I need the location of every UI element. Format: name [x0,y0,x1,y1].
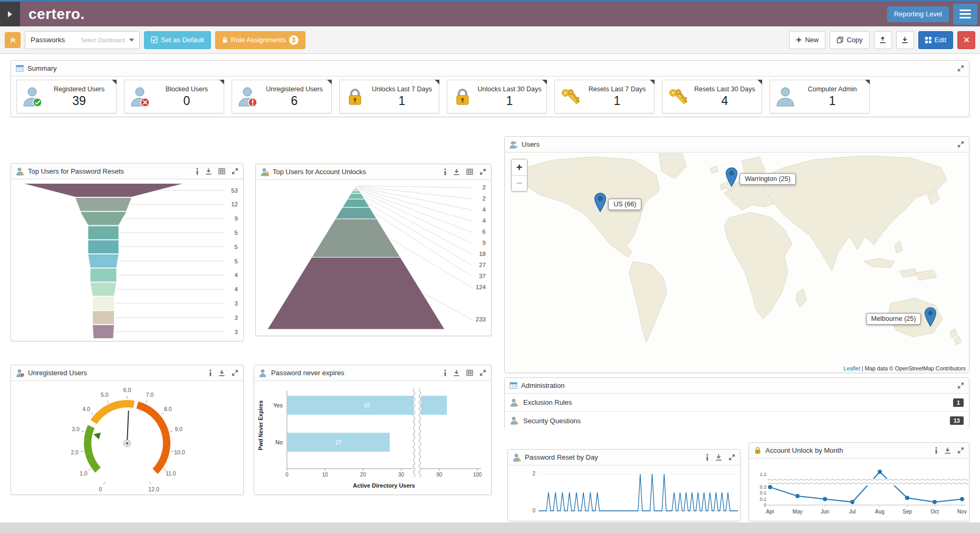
role-assignments-button[interactable]: Role Assignments 3 [215,31,305,49]
map-canvas[interactable]: US (66)Warrington (25)Melbourne (25) + −… [505,153,969,373]
svg-text:5: 5 [235,230,238,236]
user-blocked-icon [129,86,151,107]
keys-icon [559,86,581,107]
svg-text:12.0: 12.0 [148,486,159,492]
set-as-default-button[interactable]: Set as Default [144,31,211,49]
svg-text:92: 92 [364,402,370,408]
admin-row-label: Exclusion Rules [523,398,572,406]
padlock-icon [451,86,474,107]
dashboard-select[interactable]: Passworks Select Dashboard [25,31,140,49]
svg-text:5: 5 [235,258,238,264]
table-icon[interactable] [218,168,225,175]
close-button[interactable] [957,31,975,49]
keys-icon [667,86,689,107]
dashboard-select-value: Passworks [31,36,65,44]
dashboard-toolbar: Passworks Select Dashboard Set as Defaul… [0,26,980,54]
collapse-button[interactable] [5,32,21,48]
info-icon[interactable] [935,447,938,454]
expand-icon[interactable] [479,168,486,175]
edit-button[interactable]: Edit [918,31,953,49]
summary-card[interactable]: Unlocks Last 7 Days1 [339,80,439,113]
map-marker[interactable] [726,167,738,189]
reporting-level-button[interactable]: Reporting Level [887,6,949,22]
admin-row-security-questions[interactable]: Security Questions13 [505,412,969,430]
panel-title: Password Reset by Day [525,453,598,461]
import-button[interactable] [896,31,914,49]
info-icon[interactable] [706,454,709,461]
summary-card-label: Unregistered Users [266,85,323,93]
map-marker[interactable] [594,193,607,214]
app-root: certero. Reporting Level Passworks Selec… [0,0,980,522]
svg-text:6: 6 [483,229,486,235]
export-button[interactable] [874,31,892,49]
expand-icon[interactable] [957,382,964,389]
download-icon[interactable] [453,369,460,376]
download-icon[interactable] [205,168,212,175]
table-icon[interactable] [466,369,473,376]
panel-header: Administration [505,378,969,394]
info-icon[interactable] [444,168,447,175]
expand-icon[interactable] [957,65,964,72]
topbar: certero. Reporting Level [0,0,980,26]
info-icon[interactable] [209,369,212,376]
expand-icon[interactable] [957,447,964,454]
svg-text:3: 3 [235,300,238,307]
summary-card[interactable]: Resets Last 30 Days4 [662,80,762,113]
info-icon[interactable] [196,168,199,175]
download-icon[interactable] [715,454,722,461]
expand-icon[interactable] [479,369,486,376]
expand-icon[interactable] [728,454,735,461]
gauge-chart: 01.02.03.04.05.06.07.08.09.010.011.012.0 [11,381,243,497]
download-icon[interactable] [218,369,225,376]
panel-header: Users [505,137,969,153]
copy-button[interactable]: Copy [830,31,869,49]
svg-text:1.0: 1.0 [80,470,88,477]
map-marker[interactable] [924,307,936,329]
summary-card-label: Computer Admin [808,85,857,93]
summary-card-label: Blocked Users [166,85,208,93]
panel-title: Top Users for Account Unlocks [273,168,366,176]
panel-users-map: Users [504,136,969,373]
menu-button[interactable] [953,4,977,25]
download-icon [901,36,908,43]
download-icon[interactable] [944,447,951,454]
leaflet-link[interactable]: Leaflet [843,365,860,372]
summary-card[interactable]: Resets Last 7 Days1 [554,80,655,113]
summary-card[interactable]: Blocked Users0 [124,80,224,113]
summary-card[interactable]: Registered Users39 [16,80,117,113]
svg-text:4: 4 [483,206,486,213]
panel-header: Unregistered Users [11,365,243,381]
svg-text:37: 37 [479,273,486,279]
new-button[interactable]: New [789,31,825,49]
summary-card-label: Unlocks Last 7 Days [372,85,432,93]
panel-administration: Administration Exclusion Rules1Security … [504,377,969,429]
svg-text:Oct: Oct [930,509,939,515]
svg-text:10.0: 10.0 [174,449,185,455]
expand-icon[interactable] [957,141,964,148]
check-square-icon [151,36,158,43]
svg-text:Jul: Jul [849,509,856,515]
panel-title: Unregistered Users [28,369,87,377]
svg-text:8.0: 8.0 [164,406,172,412]
info-icon[interactable] [444,369,447,376]
svg-text:27: 27 [335,439,342,445]
svg-text:3.0: 3.0 [72,426,80,432]
svg-text:May: May [793,509,803,515]
summary-card[interactable]: Computer Admin1 [770,80,870,113]
zoom-out-button[interactable]: − [512,175,527,191]
panel-header: Top Users for Account Unlocks [256,164,491,180]
summary-card[interactable]: Unlocks Last 30 Days1 [447,80,547,113]
summary-card-value: 1 [399,94,406,108]
expand-icon[interactable] [232,369,238,376]
zoom-in-button[interactable]: + [512,159,527,175]
table-icon[interactable] [466,168,473,175]
sidebar-toggle[interactable] [0,2,20,26]
summary-card[interactable]: Unregistered Users6 [232,80,332,113]
user-lock-icon [261,168,269,176]
summary-card-value: 1 [506,94,513,108]
expand-icon[interactable] [232,168,238,175]
download-icon[interactable] [453,168,460,175]
summary-card-value: 4 [722,94,728,108]
svg-text:7.0: 7.0 [146,392,153,398]
admin-row-exclusion-rules[interactable]: Exclusion Rules1 [505,394,969,412]
